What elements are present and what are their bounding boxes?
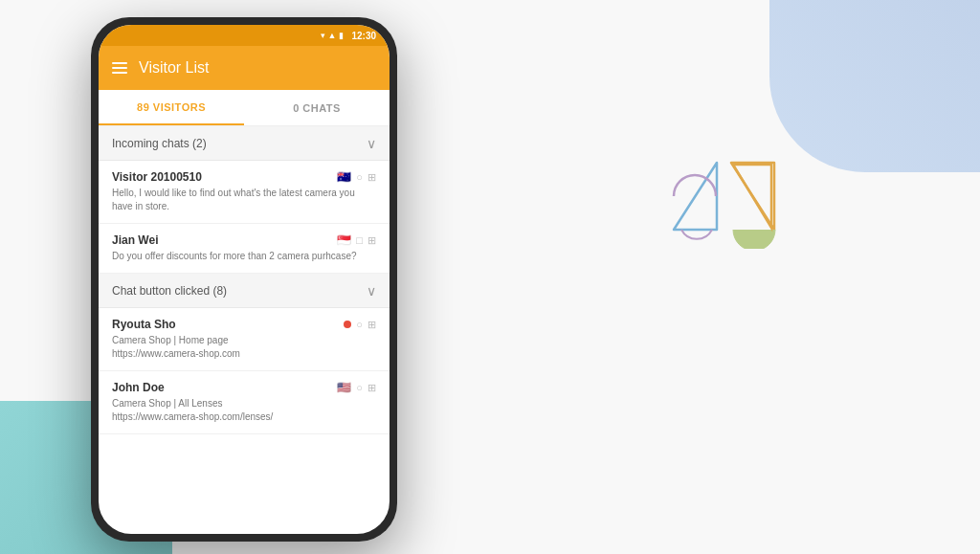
- chat-button-section-header[interactable]: Chat button clicked (8) ∨: [99, 274, 390, 308]
- visitor-message-4a: Camera Shop | All Lenses: [112, 397, 376, 410]
- chevron-down-icon-2: ∨: [367, 283, 376, 299]
- visitor-message-3a: Camera Shop | Home page: [112, 334, 376, 347]
- visitor-actions-1: 🇦🇺 ○ ⊞: [337, 170, 376, 184]
- flag-us-icon: 🇺🇸: [337, 381, 351, 394]
- flag-au-icon: 🇦🇺: [337, 170, 351, 184]
- visitor-row-4: John Doe 🇺🇸 ○ ⊞: [112, 381, 376, 394]
- online-status-dot: [344, 321, 351, 328]
- hamburger-menu-icon[interactable]: [112, 62, 127, 74]
- incoming-chats-section-header[interactable]: Incoming chats (2) ∨: [99, 126, 390, 161]
- visitor-info-icon-2[interactable]: □: [356, 234, 363, 246]
- phone-frame: ▾ ▲ ▮ 12:30 Visitor List 89 VISITORS: [91, 17, 397, 542]
- wifi-icon: ▲: [328, 31, 337, 40]
- phone-mockup: ▾ ▲ ▮ 12:30 Visitor List 89 VISITORS: [91, 17, 397, 542]
- zendesk-logo: [664, 144, 808, 253]
- visitor-more-icon-2[interactable]: ⊞: [368, 234, 376, 247]
- app-header: Visitor List: [99, 46, 390, 90]
- phone-screen: ▾ ▲ ▮ 12:30 Visitor List 89 VISITORS: [99, 25, 390, 534]
- visitor-message-2: Do you offer discounts for more than 2 c…: [112, 250, 376, 263]
- visitor-row-2: Jian Wei 🇸🇬 □ ⊞: [112, 233, 376, 247]
- tab-visitors[interactable]: 89 VISITORS: [99, 90, 244, 125]
- status-bar: ▾ ▲ ▮ 12:30: [99, 25, 390, 46]
- visitor-info-icon-3[interactable]: ○: [356, 319, 363, 330]
- svg-marker-2: [733, 165, 771, 228]
- visitor-row-1: Visitor 20100510 🇦🇺 ○ ⊞: [112, 170, 376, 184]
- battery-icon: ▮: [339, 31, 344, 40]
- visitor-actions-4: 🇺🇸 ○ ⊞: [337, 381, 376, 394]
- svg-marker-0: [674, 163, 717, 230]
- visitor-info-icon-4[interactable]: ○: [356, 382, 363, 393]
- visitor-item-3[interactable]: Ryouta Sho ○ ⊞ Camera Shop | Home page h…: [99, 308, 390, 371]
- visitor-actions-2: 🇸🇬 □ ⊞: [337, 233, 376, 247]
- visitor-name-2: Jian Wei: [112, 233, 158, 247]
- visitor-item-1[interactable]: Visitor 20100510 🇦🇺 ○ ⊞ Hello, I would l…: [99, 161, 390, 224]
- chevron-down-icon: ∨: [367, 136, 376, 151]
- tabs-container: 89 VISITORS 0 CHATS: [99, 90, 390, 126]
- visitor-message-1: Hello, I would like to find out what's t…: [112, 187, 376, 213]
- visitor-name-3: Ryouta Sho: [112, 318, 176, 331]
- visitor-more-icon-3[interactable]: ⊞: [368, 319, 376, 331]
- visitor-row-3: Ryouta Sho ○ ⊞: [112, 318, 376, 331]
- incoming-chats-label: Incoming chats (2): [112, 137, 207, 150]
- visitor-more-icon-1[interactable]: ⊞: [368, 171, 376, 184]
- flag-sg-icon: 🇸🇬: [337, 233, 351, 247]
- visitor-name-1: Visitor 20100510: [112, 170, 202, 184]
- visitor-more-icon-4[interactable]: ⊞: [368, 382, 376, 394]
- visitor-info-icon-1[interactable]: ○: [356, 171, 363, 183]
- visitor-item-4[interactable]: John Doe 🇺🇸 ○ ⊞ Camera Shop | All Lenses…: [99, 371, 390, 434]
- visitor-item-2[interactable]: Jian Wei 🇸🇬 □ ⊞ Do you offer discounts f…: [99, 224, 390, 274]
- signal-icon: ▾: [321, 31, 325, 40]
- chat-button-label: Chat button clicked (8): [112, 284, 227, 298]
- header-title: Visitor List: [139, 59, 210, 77]
- status-icons: ▾ ▲ ▮: [321, 31, 345, 40]
- tab-chats[interactable]: 0 CHATS: [244, 90, 390, 125]
- visitor-message-3b: https://www.camera-shop.com: [112, 347, 376, 361]
- visitor-name-4: John Doe: [112, 381, 165, 394]
- visitor-actions-3: ○ ⊞: [344, 319, 376, 331]
- visitor-message-4b: https://www.camera-shop.com/lenses/: [112, 410, 376, 424]
- status-time: 12:30: [351, 31, 376, 41]
